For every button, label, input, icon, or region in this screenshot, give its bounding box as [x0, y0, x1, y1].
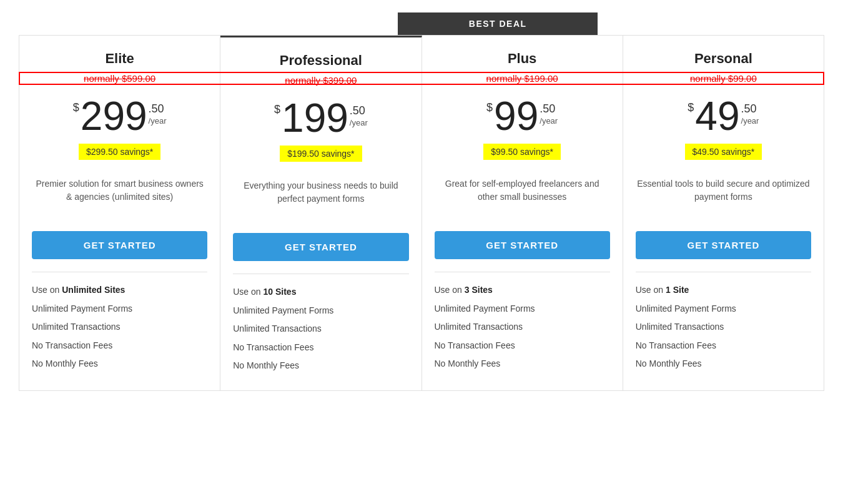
feature-bold-professional-0: 10 Sites: [264, 287, 297, 297]
price-period-plus: /year: [540, 116, 558, 126]
price-cents-plus: .50: [540, 102, 558, 116]
price-row-elite: $299.50/year: [32, 96, 207, 136]
feature-item-personal-2: Unlimited Transactions: [636, 318, 811, 337]
price-row-plus: $99.50/year: [435, 96, 610, 136]
plan-name-personal: Personal: [636, 51, 811, 67]
price-main-professional: 199: [282, 98, 348, 138]
feature-item-professional-1: Unlimited Payment Forms: [233, 302, 408, 320]
savings-row-plus: $99.50 savings*: [435, 140, 610, 169]
savings-badge-professional: $199.50 savings*: [280, 146, 362, 162]
plan-name-elite: Elite: [32, 51, 207, 67]
price-cents-personal: .50: [741, 102, 759, 116]
price-main-personal: 49: [695, 96, 739, 136]
price-dollar-personal: $: [688, 101, 694, 114]
savings-badge-personal: $49.50 savings*: [685, 144, 762, 160]
divider-professional: [233, 274, 408, 274]
feature-item-plus-4: No Monthly Fees: [435, 355, 610, 373]
price-dollar-professional: $: [274, 103, 280, 116]
price-right-professional: .50/year: [350, 104, 368, 127]
feature-item-elite-1: Unlimited Payment Forms: [32, 300, 207, 319]
plan-column-elite: Elitenormally $599.00$299.50/year$299.50…: [19, 36, 220, 390]
feature-item-professional-0: Use on 10 Sites: [233, 283, 408, 302]
feature-item-personal-0: Use on 1 Site: [636, 281, 811, 300]
get-started-btn-elite[interactable]: GET STARTED: [32, 231, 207, 259]
feature-bold-personal-0: 1 Site: [666, 285, 689, 295]
price-dollar-plus: $: [486, 101, 493, 114]
price-right-personal: .50/year: [741, 102, 759, 126]
original-price-personal: normally $99.00: [636, 73, 811, 84]
feature-item-plus-0: Use on 3 Sites: [435, 281, 610, 300]
price-main-elite: 299: [81, 96, 147, 136]
plan-column-professional: Professionalnormally $399.00$199.50/year…: [220, 36, 422, 390]
feature-item-personal-1: Unlimited Payment Forms: [636, 300, 811, 319]
feature-item-plus-1: Unlimited Payment Forms: [435, 300, 610, 319]
price-row-professional: $199.50/year: [233, 98, 408, 138]
feature-item-personal-3: No Transaction Fees: [636, 337, 811, 355]
feature-item-professional-2: Unlimited Transactions: [233, 320, 408, 338]
best-deal-banner-wrapper: BEST DEAL: [19, 12, 824, 35]
feature-item-plus-2: Unlimited Transactions: [435, 318, 610, 337]
price-row-personal: $49.50/year: [636, 96, 811, 136]
divider-elite: [32, 272, 207, 272]
savings-row-elite: $299.50 savings*: [32, 140, 207, 169]
price-main-plus: 99: [494, 96, 538, 136]
plan-name-professional: Professional: [233, 52, 408, 69]
feature-item-elite-3: No Transaction Fees: [32, 337, 207, 355]
price-period-professional: /year: [350, 118, 368, 127]
best-deal-banner: BEST DEAL: [398, 12, 598, 35]
get-started-btn-plus[interactable]: GET STARTED: [435, 231, 610, 259]
plan-description-personal: Essential tools to build secure and opti…: [636, 177, 811, 219]
price-cents-elite: .50: [149, 102, 167, 116]
divider-plus: [435, 272, 610, 272]
feature-item-elite-4: No Monthly Fees: [32, 355, 207, 373]
price-right-elite: .50/year: [149, 102, 167, 126]
plan-description-plus: Great for self-employed freelancers and …: [435, 177, 610, 219]
get-started-btn-personal[interactable]: GET STARTED: [636, 231, 811, 259]
plans-container: Elitenormally $599.00$299.50/year$299.50…: [19, 35, 824, 391]
savings-badge-plus: $99.50 savings*: [483, 144, 561, 160]
feature-list-plus: Use on 3 SitesUnlimited Payment FormsUnl…: [435, 281, 610, 373]
feature-item-plus-3: No Transaction Fees: [435, 337, 610, 355]
savings-row-professional: $199.50 savings*: [233, 142, 408, 170]
get-started-btn-professional[interactable]: GET STARTED: [233, 233, 408, 261]
plan-description-elite: Premier solution for smart business owne…: [32, 177, 207, 219]
original-price-plus: normally $199.00: [435, 73, 610, 84]
plan-name-plus: Plus: [435, 51, 610, 67]
savings-row-personal: $49.50 savings*: [636, 140, 811, 169]
feature-item-professional-4: No Monthly Fees: [233, 357, 408, 375]
plan-column-plus: Plusnormally $199.00$99.50/year$99.50 sa…: [422, 36, 623, 390]
feature-item-professional-3: No Transaction Fees: [233, 338, 408, 357]
feature-list-elite: Use on Unlimited SitesUnlimited Payment …: [32, 281, 207, 373]
price-right-plus: .50/year: [540, 102, 558, 126]
feature-item-personal-4: No Monthly Fees: [636, 355, 811, 373]
original-price-elite: normally $599.00: [32, 73, 207, 84]
original-price-professional: normally $399.00: [233, 75, 408, 86]
best-deal-label: BEST DEAL: [469, 19, 527, 29]
feature-bold-elite-0: Unlimited Sites: [62, 285, 125, 295]
plans-outer: Elitenormally $599.00$299.50/year$299.50…: [19, 35, 824, 391]
price-period-elite: /year: [149, 116, 167, 126]
savings-badge-elite: $299.50 savings*: [79, 144, 160, 160]
price-dollar-elite: $: [73, 101, 79, 114]
feature-list-personal: Use on 1 SiteUnlimited Payment FormsUnli…: [636, 281, 811, 373]
divider-personal: [636, 272, 811, 272]
feature-item-elite-0: Use on Unlimited Sites: [32, 281, 207, 300]
plan-column-personal: Personalnormally $99.00$49.50/year$49.50…: [623, 36, 824, 390]
plan-description-professional: Everything your business needs to build …: [233, 179, 408, 220]
pricing-wrapper: BEST DEAL Elitenormally $599.00$299.50/y…: [6, 6, 837, 397]
feature-list-professional: Use on 10 SitesUnlimited Payment FormsUn…: [233, 283, 408, 375]
price-period-personal: /year: [741, 116, 759, 126]
price-cents-professional: .50: [350, 104, 368, 118]
feature-bold-plus-0: 3 Sites: [465, 285, 493, 295]
feature-item-elite-2: Unlimited Transactions: [32, 318, 207, 337]
